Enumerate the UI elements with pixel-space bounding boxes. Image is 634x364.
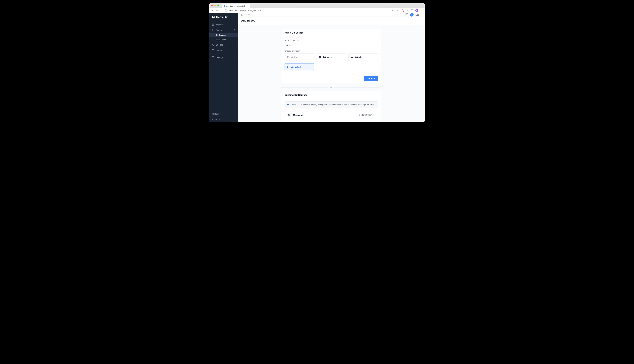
git-branch-icon: [287, 66, 290, 68]
browser-tab[interactable]: Add Source - MergeStat ×: [222, 4, 250, 8]
provider-bitbucket[interactable]: Bitbucket: [316, 53, 346, 61]
kebab-menu-icon[interactable]: ⋮: [420, 9, 423, 12]
go-to-source-link[interactable]: Go to Git Source ›: [359, 114, 375, 116]
chevron-right-icon: ›: [374, 114, 375, 116]
collapse-icon: «: [212, 118, 213, 121]
breadcrumb[interactable]: Repos: [241, 14, 250, 16]
tabs-menu-icon[interactable]: ⌄: [421, 4, 423, 6]
minimize-window-button[interactable]: [214, 4, 216, 6]
extensions-icon[interactable]: [401, 9, 404, 12]
sidebar: MergeStat Explore Repos ⌃ Git Sources Re…: [209, 13, 238, 122]
svg-rect-3: [212, 24, 213, 24]
sidebar-item-explore[interactable]: Explore: [209, 22, 238, 27]
brand-name: MergeStat: [216, 16, 228, 18]
source-name: Mergestat: [293, 114, 303, 116]
main: Repos riyaz ⌄ Add Repos: [238, 13, 425, 122]
svg-point-14: [412, 14, 412, 15]
connect-icon: [212, 49, 214, 52]
close-tab-icon[interactable]: ×: [247, 5, 248, 7]
info-icon: [287, 104, 289, 106]
sidebar-item-label: Queries: [216, 44, 223, 46]
svg-point-17: [289, 66, 290, 67]
sidebar-item-label: Explore: [216, 24, 222, 26]
tab-title: Add Source - MergeStat: [226, 5, 245, 7]
user-name: riyaz: [415, 14, 419, 16]
bookmark-star-icon[interactable]: ☆: [396, 9, 399, 12]
svg-rect-5: [212, 25, 213, 26]
repos-icon: [241, 14, 243, 16]
svg-rect-7: [212, 29, 214, 31]
toolbar-right: ☆ R ⋮: [392, 9, 423, 12]
beta-badge: beta: [212, 113, 220, 115]
chevron-down-icon: ⌄: [234, 44, 235, 46]
profile-avatar[interactable]: R: [415, 9, 418, 12]
info-notice: These Git Sources are already configured…: [284, 101, 378, 108]
titlebar: Add Source - MergeStat × + ⌄: [209, 3, 425, 8]
chevron-down-icon: ⌄: [420, 14, 422, 16]
add-source-card: Add a Git Source Git Source name * Choos…: [281, 29, 381, 83]
site-info-icon[interactable]: i: [225, 9, 228, 12]
sidebar-sub-repo-syncs[interactable]: Repo Syncs: [209, 38, 238, 42]
repos-icon: [212, 29, 214, 31]
or-divider: Or: [281, 86, 381, 88]
topbar-right: riyaz ⌄: [406, 13, 422, 16]
brand[interactable]: MergeStat: [209, 13, 238, 22]
maximize-window-button[interactable]: [218, 4, 219, 6]
info-icon[interactable]: i: [300, 56, 302, 58]
nav: Explore Repos ⌃ Git Sources Repo Syncs Q…: [209, 22, 238, 113]
sidebar-item-queries[interactable]: Queries ⌄: [209, 42, 238, 48]
gear-icon: [212, 56, 214, 58]
chevron-down-icon: ⌄: [234, 56, 235, 58]
sidebar-item-repos[interactable]: Repos ⌃: [209, 27, 238, 33]
svg-rect-4: [213, 24, 214, 24]
url-display[interactable]: i localhost:3300/repos/add-git-source: [225, 9, 261, 12]
source-name-label: Git Source name *: [284, 40, 378, 42]
card-title: Add a Git Source: [282, 29, 381, 37]
svg-point-11: [213, 57, 214, 58]
close-window-button[interactable]: [211, 4, 213, 6]
sidebar-item-connect[interactable]: Connect: [209, 48, 238, 53]
provider-gitlab[interactable]: GitLab: [348, 53, 378, 61]
card-title: Existing Git Sources: [282, 91, 381, 99]
back-button[interactable]: ←: [211, 9, 214, 12]
url-host: localhost: [229, 9, 237, 12]
app-shell: MergeStat Explore Repos ⌃ Git Sources Re…: [209, 13, 425, 122]
svg-point-15: [287, 66, 288, 67]
svg-rect-6: [213, 25, 214, 26]
svg-rect-19: [288, 104, 288, 105]
page-title: Add Repos: [238, 17, 425, 25]
sidebar-item-settings[interactable]: Settings ⌄: [209, 54, 238, 60]
new-tab-button[interactable]: +: [251, 4, 252, 7]
docs-icon[interactable]: [406, 13, 408, 16]
svg-point-16: [287, 68, 288, 68]
sidebar-sub-git-sources[interactable]: Git Sources: [209, 33, 238, 38]
tag-icon: [213, 114, 215, 115]
card-footer: Continue: [282, 74, 381, 83]
extensions-puzzle-icon[interactable]: [406, 9, 408, 12]
github-icon: [287, 113, 291, 117]
gitlab-icon: [351, 56, 354, 58]
browser-window: Add Source - MergeStat × + ⌄ ← → ⟳ i loc…: [209, 3, 425, 122]
provider-generic-git[interactable]: Generic Git: [284, 63, 314, 71]
github-icon: [287, 56, 290, 58]
topbar: Repos riyaz ⌄: [238, 13, 425, 17]
continue-button[interactable]: Continue: [364, 76, 378, 81]
provider-github[interactable]: GitHub i: [284, 53, 314, 61]
sidebar-item-label: Connect: [216, 49, 223, 52]
bitbucket-icon: [319, 56, 322, 58]
collapse-sidebar-button[interactable]: « Collapse: [209, 117, 238, 122]
source-name-input[interactable]: [284, 43, 378, 48]
svg-rect-1: [411, 10, 413, 11]
svg-point-10: [212, 50, 214, 50]
forward-button[interactable]: →: [216, 9, 218, 12]
sidebar-item-label: Repos: [216, 29, 222, 31]
reload-button[interactable]: ⟳: [220, 9, 223, 12]
svg-point-20: [288, 104, 288, 104]
tab-strip: Add Source - MergeStat × +: [222, 4, 252, 8]
user-avatar-icon: [410, 13, 414, 16]
user-menu[interactable]: riyaz ⌄: [410, 13, 422, 16]
share-icon[interactable]: [392, 9, 394, 12]
existing-source-row[interactable]: Mergestat Go to Git Source ›: [284, 110, 378, 119]
content: Add a Git Source Git Source name * Choos…: [238, 25, 425, 122]
panel-icon[interactable]: [410, 9, 413, 12]
